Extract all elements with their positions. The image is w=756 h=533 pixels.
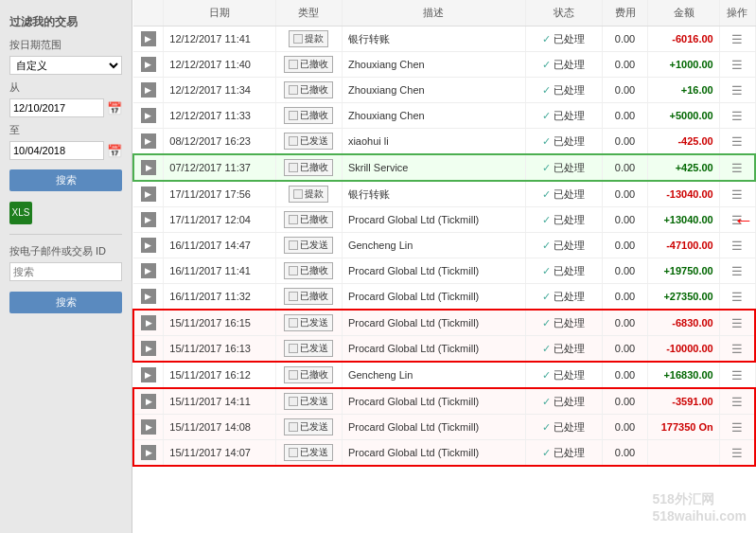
row-expand-button[interactable]: ▶ (141, 419, 156, 435)
row-action: ☰ (719, 336, 755, 363)
action-icon[interactable]: ☰ (731, 316, 743, 330)
row-expand-button[interactable]: ▶ (141, 160, 156, 175)
status-text: 已处理 (554, 110, 585, 121)
date-range-select[interactable]: 自定义 (9, 56, 122, 75)
row-arrow-cell: ▶ (133, 415, 164, 440)
action-icon[interactable]: ☰ (731, 83, 743, 98)
row-status: ✓ 已处理 (525, 362, 602, 388)
row-arrow-cell: ▶ (133, 103, 164, 129)
row-type: 提款 (275, 181, 342, 207)
row-date: 12/12/2017 11:40 (164, 52, 276, 78)
row-date: 12/12/2017 11:33 (164, 103, 276, 129)
row-fee: 0.00 (602, 181, 648, 207)
status-check-icon: ✓ (542, 59, 551, 70)
action-icon[interactable]: ☰ (731, 395, 743, 409)
row-date: 15/11/2017 16:15 (164, 310, 276, 336)
row-arrow-cell: ▶ (133, 78, 164, 103)
action-icon[interactable]: ☰ (731, 290, 743, 304)
row-desc: 银行转账 (342, 27, 525, 52)
type-icon (289, 448, 298, 457)
action-icon[interactable]: ☰ (731, 368, 743, 382)
row-expand-button[interactable]: ▶ (141, 315, 156, 330)
row-action: ☰ (719, 27, 755, 52)
status-check-icon: ✓ (542, 369, 551, 381)
table-row: ▶ 15/11/2017 14:08 已发送 Procard Global Lt… (133, 415, 755, 440)
row-status: ✓ 已处理 (525, 52, 602, 78)
from-calendar-icon[interactable]: 📅 (107, 101, 122, 115)
row-type: 已发送 (275, 310, 342, 336)
row-arrow-cell: ▶ (133, 310, 164, 336)
row-expand-button[interactable]: ▶ (141, 187, 156, 202)
row-type: 已撤收 (275, 78, 342, 103)
row-expand-button[interactable]: ▶ (141, 394, 156, 409)
row-expand-button[interactable]: ▶ (141, 31, 156, 46)
row-arrow-cell: ▶ (133, 207, 164, 233)
action-icon[interactable]: ☰ (731, 32, 743, 46)
col-header-amount: 金额 (648, 0, 719, 27)
row-action: ☰ (719, 52, 755, 78)
col-header-action: 操作 (719, 0, 755, 27)
table-row: ▶ 12/12/2017 11:33 已撤收 Zhouxiang Chen ✓ … (133, 103, 755, 129)
action-icon[interactable]: ☰ (731, 109, 743, 123)
action-icon[interactable]: ☰ (731, 446, 743, 460)
row-status: ✓ 已处理 (525, 27, 602, 52)
row-date: 16/11/2017 14:47 (164, 233, 276, 258)
row-status: ✓ 已处理 (525, 78, 602, 103)
excel-export-icon[interactable]: XLS (9, 202, 32, 224)
action-icon[interactable]: ☰ (731, 161, 743, 175)
row-expand-button[interactable]: ▶ (141, 367, 156, 382)
row-amount: -3591.00 (648, 388, 719, 415)
main-content: 日期 类型 描述 状态 费用 金额 操作 ▶ 12/12/2017 11:41 … (132, 0, 756, 533)
row-desc: Zhouxiang Chen (342, 103, 525, 129)
to-date-input[interactable] (9, 141, 104, 160)
row-expand-button[interactable]: ▶ (141, 289, 156, 304)
sidebar-divider (9, 234, 122, 235)
row-desc: Procard Global Ltd (Tickmill) (342, 415, 525, 440)
row-amount: +27350.00 (648, 284, 719, 311)
row-arrow-cell: ▶ (133, 284, 164, 311)
date-search-button[interactable]: 搜索 (9, 169, 122, 191)
row-expand-button[interactable]: ▶ (141, 263, 156, 278)
action-icon[interactable]: ☰ (731, 264, 743, 278)
row-expand-button[interactable]: ▶ (141, 133, 156, 149)
row-expand-button[interactable]: ▶ (141, 445, 156, 460)
row-type: 已发送 (275, 233, 342, 258)
action-icon[interactable]: ☰ (731, 239, 743, 253)
type-badge: 已发送 (284, 314, 333, 331)
row-expand-button[interactable]: ▶ (141, 212, 156, 227)
row-date: 15/11/2017 16:12 (164, 362, 276, 388)
action-icon[interactable]: ☰ (731, 342, 743, 356)
row-expand-button[interactable]: ▶ (141, 341, 156, 356)
status-text: 已处理 (554, 265, 585, 276)
type-badge: 已撤收 (284, 159, 333, 176)
row-desc: Procard Global Ltd (Tickmill) (342, 258, 525, 284)
status-check-icon: ✓ (542, 421, 551, 433)
row-arrow-cell: ▶ (133, 154, 164, 181)
row-action: ☰ (719, 388, 755, 415)
status-text: 已处理 (554, 343, 585, 354)
row-arrow-cell: ▶ (133, 27, 164, 52)
row-arrow-cell: ▶ (133, 129, 164, 155)
row-expand-button[interactable]: ▶ (141, 82, 156, 98)
row-amount: 177350 On (648, 415, 719, 440)
row-desc: Procard Global Ltd (Tickmill) (342, 336, 525, 363)
row-type: 已发送 (275, 440, 342, 467)
row-expand-button[interactable]: ▶ (141, 57, 156, 72)
email-search-input[interactable] (9, 262, 122, 281)
row-desc: 银行转账 (342, 181, 525, 207)
email-search-button[interactable]: 搜索 (9, 292, 122, 313)
action-icon[interactable]: ☰ (731, 134, 743, 149)
from-date-input[interactable] (9, 98, 104, 117)
row-status: ✓ 已处理 (525, 336, 602, 363)
row-expand-button[interactable]: ▶ (141, 238, 156, 253)
status-text: 已处理 (554, 240, 585, 251)
status-check-icon: ✓ (542, 291, 551, 302)
status-check-icon: ✓ (542, 240, 551, 251)
row-amount: +19750.00 (648, 258, 719, 284)
to-calendar-icon[interactable]: 📅 (107, 144, 122, 158)
action-icon[interactable]: ☰ (731, 420, 743, 435)
action-icon[interactable]: ☰ (731, 187, 743, 202)
row-expand-button[interactable]: ▶ (141, 108, 156, 123)
row-action: ☰ (719, 78, 755, 103)
action-icon[interactable]: ☰ (731, 58, 743, 72)
